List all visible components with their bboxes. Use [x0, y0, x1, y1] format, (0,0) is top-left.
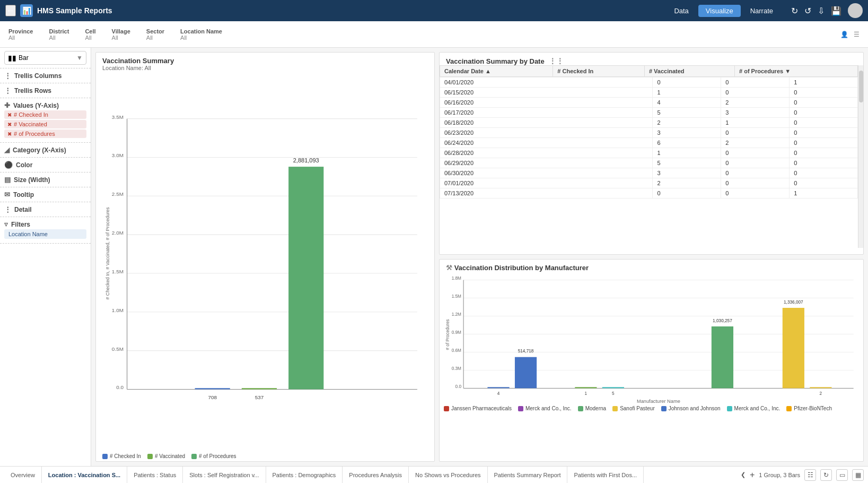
- tab-location-vaccination[interactable]: Location : Vaccination S...: [42, 467, 127, 484]
- legend-vaccinated-dot: [147, 454, 153, 459]
- table-row[interactable]: 06/16/2020420: [440, 98, 858, 108]
- trellis-rows-header[interactable]: ⋮ Trellis Rows: [4, 87, 86, 94]
- color-label: Color: [16, 161, 32, 169]
- filter-sector[interactable]: Sector All: [146, 28, 164, 41]
- redo-button[interactable]: ↺: [804, 6, 811, 16]
- table-row[interactable]: 06/30/2020300: [440, 168, 858, 178]
- tab-slots-registration[interactable]: Slots : Self Registration v...: [183, 467, 266, 484]
- size-width-header[interactable]: ▤ Size (Width): [4, 176, 86, 184]
- date-table-scroll[interactable]: 04/01/202000106/15/202010006/16/20204200…: [440, 77, 858, 240]
- col-vaccinated[interactable]: # Vaccinated: [644, 66, 734, 77]
- trellis-columns-label: Trellis Columns: [14, 72, 62, 80]
- vaccination-summary-subtitle: Location Name: All: [96, 65, 434, 73]
- filter-sector-label: Sector: [146, 28, 164, 34]
- tab-procedures-analysis[interactable]: Procedures Analysis: [343, 467, 409, 484]
- table-row[interactable]: 07/13/2020001: [440, 188, 858, 199]
- table-scrollbar[interactable]: [858, 65, 863, 248]
- svg-text:1.5M: 1.5M: [452, 294, 461, 299]
- filter-menu-icon[interactable]: ☰: [854, 31, 860, 38]
- nav-visualize[interactable]: Visualize: [698, 5, 741, 17]
- detail-header[interactable]: ⋮ Detail: [4, 205, 86, 213]
- table-row[interactable]: 06/24/2020620: [440, 138, 858, 148]
- category-x-header[interactable]: ◢ Category (X-Axis): [4, 146, 86, 154]
- drag-handle-icon[interactable]: ⋮⋮: [549, 57, 564, 65]
- filter-cell[interactable]: Cell All: [85, 28, 95, 41]
- filter-district[interactable]: District All: [49, 28, 69, 41]
- tab-no-shows[interactable]: No Shows vs Procedures: [409, 467, 488, 484]
- filter-location-name[interactable]: Location Name All: [180, 28, 222, 41]
- back-button[interactable]: ←: [5, 5, 16, 16]
- tab-overview[interactable]: Overview: [4, 467, 42, 484]
- filters-header[interactable]: ▿ Filters: [4, 220, 86, 228]
- tab-single-view-icon[interactable]: ▭: [836, 469, 848, 481]
- undo-button[interactable]: ↻: [791, 6, 798, 16]
- tooltip-header[interactable]: ✉ Tooltip: [4, 191, 86, 199]
- tab-patients-summary[interactable]: Patients Summary Report: [488, 467, 568, 484]
- chip-checked-in[interactable]: ✖ # Checked In: [4, 110, 86, 119]
- tab-patients-demographics[interactable]: Patients : Demographics: [266, 467, 343, 484]
- filter-icon: ▿: [4, 220, 8, 228]
- vaccination-summary-title: Vaccination Summary: [96, 53, 434, 65]
- col-procedures[interactable]: # of Procedures ▼: [734, 66, 857, 77]
- tab-add-button[interactable]: +: [750, 470, 755, 480]
- table-row[interactable]: 06/15/2020100: [440, 88, 858, 98]
- user-avatar[interactable]: [848, 3, 863, 18]
- legend-moderna-label: Moderna: [585, 406, 606, 411]
- svg-text:2.5M: 2.5M: [112, 191, 124, 197]
- download-button[interactable]: ⇩: [818, 6, 825, 16]
- svg-text:1.8M: 1.8M: [452, 276, 461, 281]
- table-row[interactable]: 06/18/2020210: [440, 118, 858, 128]
- sidebar-trellis-rows: ⋮ Trellis Rows: [0, 83, 91, 98]
- values-y-header[interactable]: ✚ Values (Y-Axis): [4, 101, 86, 109]
- table-row[interactable]: 06/17/2020530: [440, 108, 858, 118]
- sidebar-trellis-columns: ⋮ Trellis Columns: [0, 68, 91, 83]
- table-row[interactable]: 06/28/2020100: [440, 148, 858, 158]
- table-row[interactable]: 04/01/2020001: [440, 77, 858, 88]
- tab-bar-right: ❮ + 1 Group, 3 Bars ☷ ↻ ▭ ▦: [741, 469, 864, 481]
- svg-text:Manufacturer Name: Manufacturer Name: [637, 399, 680, 403]
- legend-merck1-dot: [518, 406, 523, 411]
- trellis-columns-header[interactable]: ⋮ Trellis Columns: [4, 72, 86, 80]
- nav-data[interactable]: Data: [667, 5, 696, 17]
- legend-procedures-dot: [191, 454, 197, 459]
- save-button[interactable]: 💾: [831, 6, 841, 16]
- tab-patients-status[interactable]: Patients : Status: [127, 467, 183, 484]
- distribution-chart: 1.8M 1.5M 1.2M 0.9M 0.6M 0.3M 0.0: [444, 272, 859, 403]
- tooltip-label: Tooltip: [13, 191, 34, 199]
- filter-cell-value: All: [85, 34, 95, 41]
- tab-grid-view-icon[interactable]: ▦: [852, 469, 864, 481]
- filter-province-value: All: [8, 34, 33, 41]
- tab-refresh-icon[interactable]: ↻: [820, 469, 832, 481]
- filter-chip-location[interactable]: Location Name: [4, 229, 86, 239]
- table-row[interactable]: 06/23/2020300: [440, 128, 858, 138]
- filter-person-icon[interactable]: 👤: [840, 31, 848, 38]
- viz-type-dropdown[interactable]: ▮▮ Bar ▼: [4, 51, 86, 65]
- app-logo: ← 📊 HMS Sample Reports: [5, 4, 667, 17]
- tab-nav-prev[interactable]: ❮: [741, 471, 746, 478]
- scroll-thumb[interactable]: [859, 71, 863, 102]
- chip-procedures[interactable]: ✖ # of Procedures: [4, 130, 86, 138]
- table-row[interactable]: 07/01/2020200: [440, 178, 858, 188]
- tab-layout-icon[interactable]: ☷: [804, 469, 816, 481]
- svg-rect-40: [487, 387, 509, 388]
- col-checked-in[interactable]: # Checked In: [553, 66, 645, 77]
- sidebar-tooltip: ✉ Tooltip: [0, 187, 91, 202]
- filter-village[interactable]: Village All: [112, 28, 130, 41]
- col-calendar-date[interactable]: Calendar Date ▲: [440, 66, 553, 77]
- filter-province[interactable]: Province All: [8, 28, 33, 41]
- vaccination-summary-chart: 3.5M 3.0M 2.5M 2.0M 1.5M 1.0M 0.5M 0.0: [101, 73, 429, 451]
- nav-narrate[interactable]: Narrate: [743, 5, 781, 17]
- content-area: Vaccination Summary Location Name: All 3…: [91, 48, 868, 466]
- filter-district-label: District: [49, 28, 69, 34]
- header-actions: ↻ ↺ ⇩ 💾: [791, 3, 863, 18]
- svg-text:1.0M: 1.0M: [112, 307, 124, 313]
- legend-pfizer: Pfizer-BioNTech: [786, 406, 832, 411]
- legend-checked-in: # Checked In: [102, 453, 141, 459]
- tab-patients-first-dose[interactable]: Patients with First Dos...: [567, 467, 644, 484]
- chip-vaccinated[interactable]: ✖ # Vaccinated: [4, 120, 86, 128]
- legend-vaccinated-label: # Vaccinated: [155, 453, 185, 459]
- svg-text:1,336,007: 1,336,007: [784, 300, 803, 305]
- table-row[interactable]: 06/29/2020500: [440, 158, 858, 168]
- color-header[interactable]: ⚫ Color: [4, 161, 86, 169]
- vaccination-distribution-panel: ⚒ Vaccination Distribution by Manufactur…: [439, 259, 864, 462]
